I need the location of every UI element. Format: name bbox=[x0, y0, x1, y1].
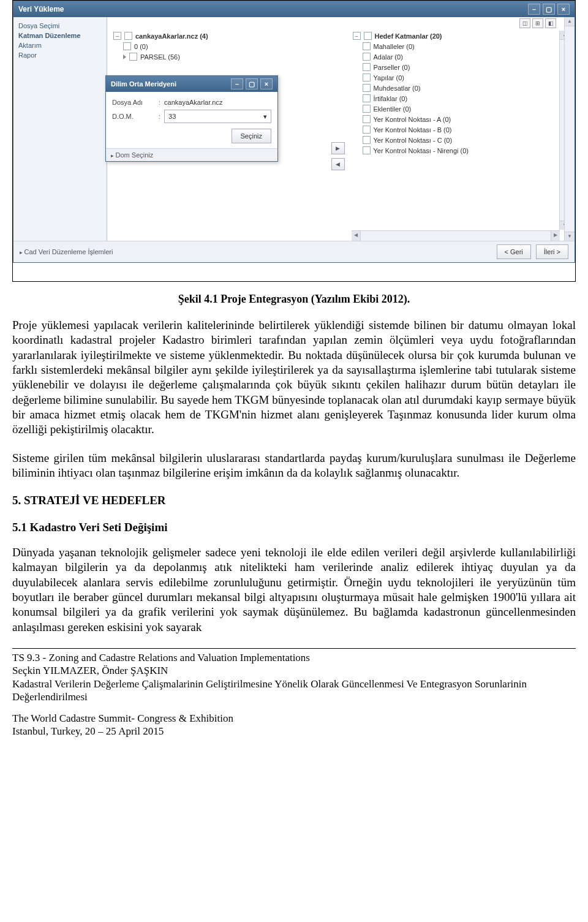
target-item[interactable]: Parseller (0) bbox=[352, 62, 558, 72]
back-button[interactable]: < Geri bbox=[497, 244, 531, 259]
target-item[interactable]: İrtifaklar (0) bbox=[352, 93, 558, 104]
dom-dialog: Dilim Orta Meridyeni – ▢ × Dosya Adı : c… bbox=[105, 75, 278, 162]
dialog-close-button[interactable]: × bbox=[260, 78, 273, 89]
footer-line-4: The World Cadastre Summit- Congress & Ex… bbox=[12, 712, 576, 725]
target-item[interactable]: Yer Kontrol Noktası - C (0) bbox=[352, 135, 558, 145]
target-item[interactable]: Muhdesatlar (0) bbox=[352, 83, 558, 93]
maximize-button[interactable]: ▢ bbox=[543, 4, 555, 15]
target-item[interactable]: Yer Kontrol Noktası - A (0) bbox=[352, 114, 558, 124]
panel-icon-3[interactable]: ◧ bbox=[545, 18, 556, 28]
paragraph-2: Sisteme girilen tüm mekânsal bilgilerin … bbox=[12, 451, 576, 481]
main-vertical-scrollbar[interactable] bbox=[564, 17, 575, 241]
target-item[interactable]: Yer Kontrol Noktası - Nirengi (0) bbox=[352, 145, 558, 156]
dialog-titlebar: Dilim Orta Meridyeni – ▢ × bbox=[106, 76, 277, 92]
checkbox[interactable] bbox=[364, 32, 372, 40]
dom-select[interactable]: 33 ▾ bbox=[164, 110, 271, 123]
target-item[interactable]: Mahalleler (0) bbox=[352, 41, 558, 51]
chevron-down-icon: ▾ bbox=[263, 113, 267, 121]
source-child-0: 0 (0) bbox=[134, 43, 148, 50]
heading-5-1: 5.1 Kadastro Veri Seti Değişimi bbox=[12, 521, 576, 534]
main-window-controls: – ▢ × bbox=[528, 4, 570, 15]
checkbox[interactable] bbox=[363, 63, 371, 71]
dialog-body: Dosya Adı : cankayaAkarlar.ncz D.O.M. : … bbox=[106, 92, 277, 148]
footer-block-1: TS 9.3 - Zoning and Cadastre Relations a… bbox=[12, 651, 576, 703]
tree-root-source[interactable]: – cankayaAkarlar.ncz (4) bbox=[112, 31, 318, 41]
collapse-icon[interactable]: – bbox=[113, 32, 121, 40]
tree-node-parsel[interactable]: PARSEL (56) bbox=[112, 51, 318, 62]
checkbox[interactable] bbox=[363, 126, 371, 134]
panel-icon-1[interactable]: ◫ bbox=[519, 18, 530, 28]
footer-line-1: TS 9.3 - Zoning and Cadastre Relations a… bbox=[12, 651, 576, 664]
sidebar-item-dosya-secimi[interactable]: Dosya Seçimi bbox=[17, 21, 103, 31]
dialog-minimize-button[interactable]: – bbox=[231, 78, 243, 89]
target-item[interactable]: Eklentiler (0) bbox=[352, 104, 558, 114]
transfer-buttons: ▶ ◀ bbox=[331, 71, 345, 241]
sidebar: Dosya Seçimi Katman Düzenleme Aktarım Ra… bbox=[13, 17, 107, 241]
paragraph-1: Proje yüklemesi yapılacak verilerin kali… bbox=[12, 318, 576, 437]
target-layers-panel: – Hedef Katmanlar (20) Mahalleler (0) Ad… bbox=[352, 31, 570, 241]
expand-icon[interactable] bbox=[123, 55, 126, 59]
target-item[interactable]: Adalar (0) bbox=[352, 51, 558, 62]
checkbox[interactable] bbox=[363, 74, 371, 81]
heading-5: 5. STRATEJİ VE HEDEFLER bbox=[12, 494, 576, 507]
checkbox[interactable] bbox=[363, 105, 371, 113]
dialog-window-controls: – ▢ × bbox=[231, 78, 273, 89]
dialog-status-text: Dom Seçiniz bbox=[116, 151, 154, 159]
checkbox[interactable] bbox=[363, 146, 371, 154]
dialog-row-dom: D.O.M. : 33 ▾ bbox=[112, 108, 271, 125]
next-button[interactable]: İleri > bbox=[536, 244, 568, 259]
paragraph-3: Dünyada yaşanan teknolojik gelişmeler sa… bbox=[12, 545, 576, 635]
main-body: Dosya Seçimi Katman Düzenleme Aktarım Ra… bbox=[13, 17, 575, 241]
tree-node-0[interactable]: 0 (0) bbox=[112, 41, 318, 51]
source-root-label: cankayaAkarlar.ncz (4) bbox=[135, 32, 208, 40]
status-left: ▸ Cad Veri Düzenleme İşlemleri bbox=[20, 248, 113, 255]
checkbox[interactable] bbox=[363, 136, 371, 144]
sidebar-item-aktarim[interactable]: Aktarım bbox=[17, 40, 103, 50]
chevron-right-icon: ▸ bbox=[20, 249, 24, 255]
target-item[interactable]: Yer Kontrol Noktası - B (0) bbox=[352, 124, 558, 135]
file-value: cankayaAkarlar.ncz bbox=[164, 99, 222, 106]
separator: : bbox=[159, 113, 160, 120]
checkbox[interactable] bbox=[363, 42, 371, 50]
main-titlebar: Veri Yükleme – ▢ × bbox=[13, 1, 575, 17]
figure-caption: Şekil 4.1 Proje Entegrasyon (Yazılım Eki… bbox=[12, 293, 576, 306]
target-item[interactable]: Yapılar (0) bbox=[352, 72, 558, 83]
checkbox[interactable] bbox=[123, 42, 131, 50]
dialog-maximize-button[interactable]: ▢ bbox=[246, 78, 258, 89]
statusbar: ▸ Cad Veri Düzenleme İşlemleri < Geri İl… bbox=[13, 241, 575, 262]
dialog-status: ▸ Dom Seçiniz bbox=[106, 148, 277, 161]
checkbox[interactable] bbox=[363, 115, 371, 123]
sidebar-item-katman-duzenleme[interactable]: Katman Düzenleme bbox=[17, 31, 103, 40]
separator: : bbox=[159, 99, 160, 106]
app-window: Veri Yükleme – ▢ × Dosya Seçimi Katman D… bbox=[13, 1, 575, 263]
checkbox[interactable] bbox=[363, 53, 371, 61]
status-text: Cad Veri Düzenleme İşlemleri bbox=[24, 248, 113, 255]
move-left-button[interactable]: ◀ bbox=[331, 158, 345, 170]
horizontal-scrollbar[interactable] bbox=[352, 230, 560, 241]
footer-separator bbox=[12, 648, 576, 649]
footer-line-5: Istanbul, Turkey, 20 – 25 April 2015 bbox=[12, 725, 576, 738]
checkbox[interactable] bbox=[363, 94, 371, 102]
checkbox[interactable] bbox=[363, 84, 371, 92]
move-right-button[interactable]: ▶ bbox=[331, 142, 345, 154]
footer-block-2: The World Cadastre Summit- Congress & Ex… bbox=[12, 712, 576, 738]
collapse-icon[interactable]: – bbox=[353, 32, 361, 40]
minimize-button[interactable]: – bbox=[528, 4, 540, 15]
dialog-row-file: Dosya Adı : cankayaAkarlar.ncz bbox=[112, 97, 271, 108]
panel-tool-icons: ◫ ⊞ ◧ bbox=[519, 18, 556, 28]
footer-line-2: Seçkin YILMAZER, Önder ŞAŞKIN bbox=[12, 664, 576, 677]
dialog-title: Dilim Orta Meridyeni bbox=[111, 80, 176, 88]
tree-root-target[interactable]: – Hedef Katmanlar (20) bbox=[352, 31, 558, 41]
figure-container: Veri Yükleme – ▢ × Dosya Seçimi Katman D… bbox=[12, 0, 576, 282]
panel-icon-2[interactable]: ⊞ bbox=[532, 18, 543, 28]
chevron-right-icon: ▸ bbox=[111, 153, 116, 159]
sidebar-item-rapor[interactable]: Rapor bbox=[17, 50, 103, 60]
footer-line-3: Kadastral Verilerin Değerleme Çalişmalar… bbox=[12, 678, 576, 704]
main-window-title: Veri Yükleme bbox=[18, 5, 64, 13]
dom-selected-value: 33 bbox=[168, 113, 176, 120]
dialog-submit-button[interactable]: Seçiniz bbox=[232, 129, 271, 143]
close-button[interactable]: × bbox=[557, 4, 570, 15]
nav-buttons: < Geri İleri > bbox=[497, 244, 568, 259]
checkbox[interactable] bbox=[129, 53, 137, 61]
checkbox[interactable] bbox=[124, 32, 132, 40]
